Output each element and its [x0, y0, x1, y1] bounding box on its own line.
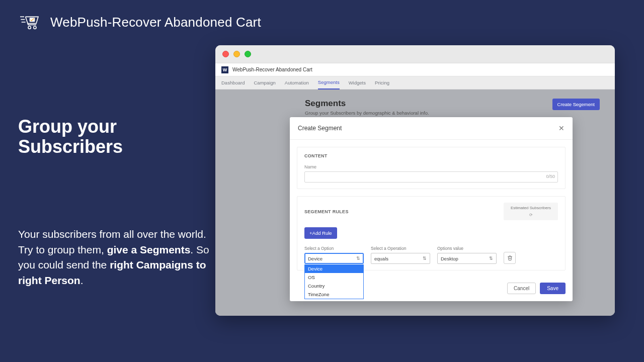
chevron-updown-icon: ⇅ — [489, 256, 493, 261]
chevron-updown-icon: ⇅ — [423, 256, 427, 261]
save-button[interactable]: Save — [540, 283, 566, 294]
dropdown-option-device[interactable]: Device — [305, 264, 363, 273]
segments-header: Segments Group your Subscribers by demog… — [305, 99, 600, 116]
value-select[interactable]: Desktop ⇅ — [437, 253, 497, 264]
svg-point-4 — [34, 26, 36, 29]
content-card: CONTENT Name 0/50 — [297, 147, 566, 189]
modal-title: Create Segment — [298, 125, 342, 132]
brand-header: WebPush-Recover Abandoned Cart — [19, 14, 261, 30]
tab-campaign[interactable]: Campaign — [254, 76, 275, 89]
svg-point-3 — [28, 26, 31, 29]
app-body: Segments Group your Subscribers by demog… — [215, 89, 615, 316]
maximize-icon[interactable] — [245, 51, 251, 57]
delete-rule-button[interactable] — [504, 252, 516, 264]
create-segment-button[interactable]: Create Segement — [552, 99, 600, 110]
modal-header: Create Segment ✕ — [290, 117, 573, 140]
create-segment-modal: Create Segment ✕ CONTENT Name 0/50 SEGEM… — [290, 117, 573, 301]
option-dropdown: Device OS Country TimeZone — [304, 264, 364, 299]
value-select-value: Desktop — [441, 256, 458, 261]
operation-select-value: equals — [374, 256, 388, 261]
app-nav: Dashboard Campaign Automation Segments W… — [215, 76, 615, 89]
operation-select[interactable]: equals ⇅ — [371, 253, 430, 264]
rules-card: SEGEMENT RULES Estimated Subscribers ⟳ +… — [297, 196, 566, 270]
close-icon[interactable]: ✕ — [558, 124, 565, 132]
app-name: WebPush-Recover Abandoned Cart — [232, 67, 312, 72]
dropdown-option-timezone[interactable]: TimeZone — [305, 290, 363, 299]
chevron-updown-icon: ⇅ — [356, 256, 360, 261]
tab-segments[interactable]: Segments — [318, 76, 340, 89]
tab-widgets[interactable]: Widgets — [349, 76, 366, 89]
option-label: Select a Option — [304, 246, 364, 251]
operation-label: Select a Operation — [371, 246, 430, 251]
rule-row: Select a Option Device ⇅ Device OS Count… — [304, 246, 558, 264]
close-icon[interactable] — [222, 51, 229, 57]
brand-title: WebPush-Recover Abandoned Cart — [50, 15, 261, 30]
segment-name-input[interactable] — [304, 171, 558, 183]
tab-automation[interactable]: Automation — [285, 76, 309, 89]
name-label: Name — [304, 164, 558, 169]
add-rule-button[interactable]: +Add Rule — [304, 227, 337, 239]
cancel-button[interactable]: Cancel — [507, 283, 536, 294]
dropdown-option-os[interactable]: OS — [305, 273, 363, 282]
option-select-value: Device — [308, 256, 323, 261]
tab-pricing[interactable]: Pricing — [375, 76, 389, 89]
page-title: Segments — [305, 99, 429, 109]
page-subtitle: Group your Subscribers by demographic & … — [305, 110, 429, 116]
marketing-copy: Group your Subscribers Your subscribers … — [18, 117, 214, 288]
estimated-subscribers-box: Estimated Subscribers ⟳ — [504, 203, 558, 220]
app-logo-icon: W — [221, 66, 228, 73]
loading-spinner-icon: ⟳ — [509, 213, 553, 217]
dropdown-option-country[interactable]: Country — [305, 282, 363, 290]
value-label: Options value — [437, 246, 497, 251]
body-text: Your subscribers from all over the world… — [18, 227, 214, 288]
minimize-icon[interactable] — [233, 51, 240, 57]
app-header: W WebPush-Recover Abandoned Cart — [215, 63, 615, 76]
cart-logo-icon — [19, 14, 41, 30]
estimated-label: Estimated Subscribers — [509, 206, 553, 210]
mac-window: W WebPush-Recover Abandoned Cart Dashboa… — [215, 45, 615, 316]
mac-titlebar — [215, 45, 615, 63]
rules-section-title: SEGEMENT RULES — [304, 209, 349, 214]
option-select[interactable]: Device ⇅ Device OS Country TimeZone — [304, 253, 364, 264]
trash-icon — [507, 255, 513, 261]
name-char-counter: 0/50 — [546, 174, 555, 179]
headline: Group your Subscribers — [18, 117, 214, 156]
content-section-title: CONTENT — [304, 153, 558, 158]
tab-dashboard[interactable]: Dashboard — [221, 76, 245, 89]
